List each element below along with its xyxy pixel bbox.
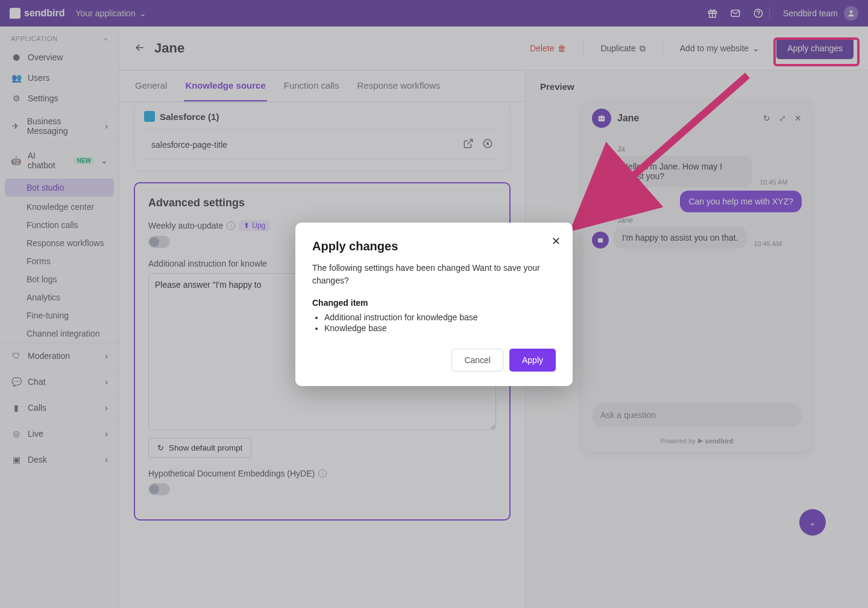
modal-close-button[interactable]: ✕ (552, 235, 561, 248)
modal-overlay[interactable]: Apply changes ✕ The following settings h… (0, 0, 868, 608)
changed-item: Knowledge base (324, 323, 556, 333)
modal-cancel-button[interactable]: Cancel (451, 349, 503, 372)
changed-item-label: Changed item (312, 298, 556, 308)
modal-apply-button[interactable]: Apply (509, 349, 556, 372)
modal-title: Apply changes (312, 239, 556, 253)
apply-changes-modal: Apply changes ✕ The following settings h… (295, 223, 573, 386)
changed-item: Additional instruction for knowledge bas… (324, 312, 556, 322)
modal-text: The following settings have been changed… (312, 262, 556, 287)
